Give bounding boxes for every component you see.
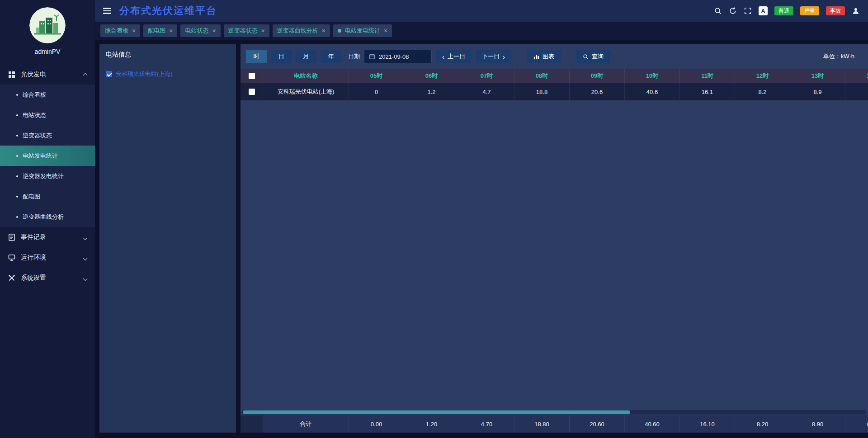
sidebar: adminPV 光伏发电 综合看板 电站状态 逆变器状态 电站发电统计 逆变器发…	[0, 0, 95, 438]
bullet-icon	[16, 135, 18, 137]
bullet-icon	[16, 216, 18, 218]
tab-close-icon[interactable]: ×	[169, 27, 173, 34]
sidebar-item-inverter-curve-analysis[interactable]: 逆变器曲线分析	[0, 207, 95, 227]
sidebar-group-label: 事件记录	[21, 233, 46, 241]
username: adminPV	[0, 48, 95, 61]
tab-dashboard[interactable]: 综合看板×	[100, 24, 140, 37]
chevron-right-icon: ›	[503, 53, 505, 60]
tab-close-icon[interactable]: ×	[261, 27, 265, 34]
total-value-cell: 18.80	[514, 415, 570, 433]
column-header-hour: 11时	[680, 69, 735, 83]
scrollbar-thumb[interactable]	[243, 410, 630, 414]
period-year-button[interactable]: 年	[321, 50, 341, 63]
document-icon	[8, 234, 15, 241]
chart-view-button[interactable]: 图表	[527, 50, 561, 63]
tab-station-status[interactable]: 电站状态×	[180, 24, 220, 37]
fullscreen-icon[interactable]	[744, 7, 752, 15]
next-day-button[interactable]: 下一日›	[476, 50, 511, 63]
column-header-hour: 05时	[349, 69, 404, 83]
column-header-hour: 10时	[625, 69, 680, 83]
tab-label: 电站发电统计	[345, 27, 380, 35]
total-value-cell: 20.60	[570, 415, 625, 433]
alarm-badge-severe[interactable]: 严重	[800, 6, 819, 15]
sidebar-group-label: 光伏发电	[21, 71, 46, 79]
select-all-checkbox[interactable]	[249, 73, 255, 79]
bar-chart-icon	[533, 54, 539, 60]
sidebar-item-dashboard[interactable]: 综合看板	[0, 85, 95, 105]
station-panel-title: 电站信息	[99, 44, 236, 64]
logo-area: adminPV	[0, 0, 95, 61]
tab-inverter-status[interactable]: 逆变器状态×	[224, 24, 269, 37]
row-checkbox[interactable]	[249, 89, 255, 95]
sidebar-group-label: 运行环境	[21, 254, 46, 262]
value-cell: 20.6	[570, 83, 625, 100]
sidebar-item-inverter-status[interactable]: 逆变器状态	[0, 125, 95, 146]
sidebar-item-distribution-diagram[interactable]: 配电图	[0, 186, 95, 207]
sidebar-item-inverter-energy-stats[interactable]: 逆变器发电统计	[0, 166, 95, 186]
period-month-button[interactable]: 月	[296, 50, 316, 63]
tabbar: 综合看板× 配电图× 电站状态× 逆变器状态× 逆变器曲线分析× 电站发电统计×	[95, 22, 868, 40]
tab-label: 综合看板	[105, 27, 128, 35]
user-icon[interactable]	[852, 7, 860, 15]
menu-toggle-icon[interactable]	[103, 8, 111, 14]
tab-distribution-diagram[interactable]: 配电图×	[143, 24, 177, 37]
table-row[interactable]: 安科瑞光伏电站(上海) 0 1.2 4.7 18.8 20.6 40.6 16.…	[241, 83, 868, 100]
alarm-badge-normal[interactable]: 普通	[774, 6, 793, 15]
bullet-icon	[16, 94, 18, 96]
tab-label: 配电图	[148, 27, 165, 35]
sidebar-item-label: 逆变器状态	[23, 132, 52, 140]
calendar-icon	[369, 53, 375, 60]
monitor-icon	[8, 254, 15, 261]
refresh-icon[interactable]	[729, 7, 737, 15]
value-cell: 6.2	[845, 83, 868, 100]
translate-icon[interactable]: A	[759, 6, 768, 15]
tab-close-icon[interactable]: ×	[322, 27, 326, 34]
sidebar-group-event-records[interactable]: 事件记录	[0, 227, 95, 247]
tab-close-icon[interactable]: ×	[212, 27, 216, 34]
date-picker[interactable]: 2021-09-08	[364, 50, 432, 63]
station-checkbox[interactable]	[106, 71, 112, 77]
sidebar-item-label: 电站发电统计	[23, 152, 58, 160]
content-area: 电站信息 安科瑞光伏电站(上海) 时 日 月 年 日期	[95, 40, 868, 438]
column-header-hour: 12时	[735, 69, 790, 83]
value-cell: 40.6	[625, 83, 680, 100]
total-value-cell: 4.70	[459, 415, 514, 433]
tab-inverter-curve-analysis[interactable]: 逆变器曲线分析×	[273, 24, 330, 37]
period-day-button[interactable]: 日	[271, 50, 292, 63]
sidebar-group-runtime-environment[interactable]: 运行环境	[0, 247, 95, 268]
search-icon[interactable]	[714, 7, 722, 15]
total-value-cell: 8.90	[790, 415, 845, 433]
bullet-icon	[16, 114, 18, 116]
chevron-left-icon: ‹	[442, 53, 444, 60]
app-title: 分布式光伏运维平台	[119, 4, 217, 18]
sidebar-group-system-settings[interactable]: 系统设置	[0, 268, 95, 288]
alarm-badge-accident[interactable]: 事故	[826, 6, 845, 15]
bullet-icon	[16, 155, 18, 157]
column-header-hour: 07时	[459, 69, 514, 83]
query-button[interactable]: 查询	[576, 50, 610, 63]
column-header-hour: 13时	[790, 69, 845, 83]
chart-button-label: 图表	[542, 52, 554, 61]
sidebar-item-label: 逆变器曲线分析	[23, 213, 64, 221]
pv-submenu: 综合看板 电站状态 逆变器状态 电站发电统计 逆变器发电统计 配电图 逆变器曲线…	[0, 85, 95, 227]
column-header-hour: 08时	[514, 69, 570, 83]
query-button-label: 查询	[592, 52, 604, 61]
sidebar-item-station-energy-stats[interactable]: 电站发电统计	[0, 146, 95, 166]
tab-close-icon[interactable]: ×	[384, 27, 387, 34]
prev-day-button[interactable]: ‹上一日	[436, 50, 472, 63]
tab-close-icon[interactable]: ×	[132, 27, 136, 34]
tab-station-energy-stats[interactable]: 电站发电统计×	[333, 24, 392, 37]
station-tree-item[interactable]: 安科瑞光伏电站(上海)	[99, 64, 236, 84]
sidebar-item-label: 综合看板	[23, 91, 46, 99]
prev-day-label: 上一日	[448, 52, 465, 61]
period-hour-button[interactable]: 时	[246, 50, 267, 63]
station-info-panel: 电站信息 安科瑞光伏电站(上海)	[99, 44, 236, 433]
sidebar-item-label: 配电图	[23, 193, 40, 201]
total-value-cell: 0.00	[349, 415, 404, 433]
sidebar-item-label: 电站状态	[23, 111, 46, 119]
grid-icon	[8, 71, 15, 78]
sidebar-item-station-status[interactable]: 电站状态	[0, 105, 95, 125]
next-day-label: 下一日	[482, 52, 500, 61]
sidebar-group-pv-generation[interactable]: 光伏发电	[0, 64, 95, 85]
horizontal-scrollbar[interactable]	[242, 410, 867, 414]
